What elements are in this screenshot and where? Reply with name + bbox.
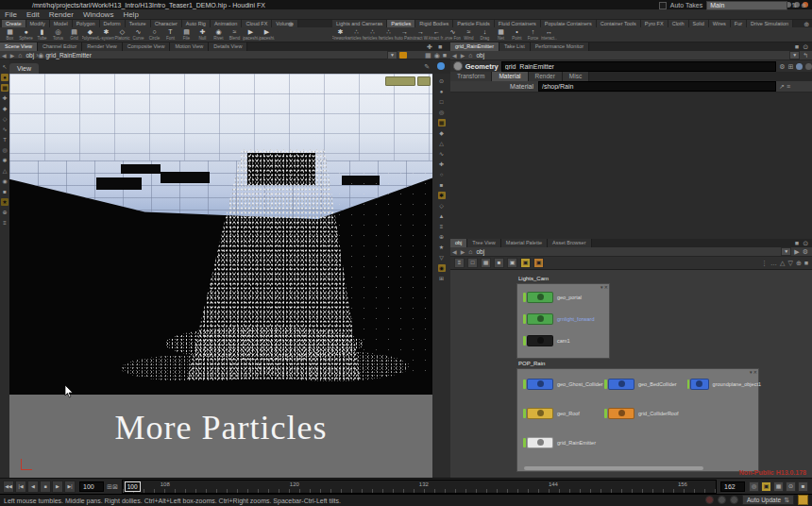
menu-item[interactable]: Render [44, 10, 78, 19]
scene-viewport[interactable]: More Particles [9, 74, 432, 478]
network-node[interactable]: grnlight_forward [523, 313, 594, 324]
layout-icon[interactable]: ▽ [788, 260, 793, 266]
shelf-tab[interactable]: Pyro FX [641, 20, 668, 27]
node-display-flag[interactable] [523, 380, 526, 389]
network-scrollbar[interactable] [524, 466, 703, 470]
shelf-tool[interactable]: ≈ Wind [461, 28, 477, 42]
shelf-tool[interactable]: ○ Circle [146, 28, 162, 42]
shelf-tool[interactable]: ↔ Interact... [541, 28, 557, 42]
net-tool-icon[interactable]: ≡ [454, 258, 465, 268]
globe-icon[interactable] [437, 62, 445, 70]
tool-icon[interactable]: ⊕ [438, 233, 446, 241]
tool-icon[interactable]: □ [438, 98, 446, 106]
forward-icon[interactable]: ▶ [8, 52, 17, 59]
shelf-tool[interactable]: ∴ Particles fr... [348, 28, 364, 42]
gear-icon[interactable]: ⚙ [779, 63, 785, 70]
pane-tab[interactable]: obj [450, 239, 467, 247]
shelf-tool[interactable]: ✚ Null [195, 28, 211, 42]
pane-tab[interactable]: Motion View [170, 42, 209, 51]
tool-icon[interactable]: ◎ [438, 109, 446, 116]
tool-icon[interactable]: ● [1, 74, 8, 81]
shelf-tool[interactable]: ✱ L-system [98, 28, 114, 42]
play-icon[interactable]: ▶ [794, 248, 799, 255]
shelf-tab[interactable]: Particles [387, 20, 415, 27]
shelf-tool[interactable]: ∿ Curve Force [445, 28, 461, 42]
shelf-tool[interactable]: T Font [162, 28, 178, 42]
forward-icon[interactable]: ▶ [459, 248, 467, 255]
net-tool-icon[interactable]: ▣ [520, 258, 531, 268]
tool-icon[interactable]: ≡ [1, 219, 8, 227]
network-node[interactable]: geo_BedCollider [604, 379, 687, 389]
menu-item[interactable]: Edit [22, 10, 44, 19]
path-home-icon[interactable]: ⌂ [468, 248, 472, 255]
pane-tab[interactable]: Material Palette [501, 239, 548, 247]
shelf-tab[interactable]: Fluid Containers [495, 20, 541, 27]
shelf-tool[interactable]: ▤ Grid [66, 28, 82, 42]
shelf-tab[interactable]: Model [50, 20, 73, 27]
back-icon[interactable]: ◀ [0, 52, 8, 59]
tool-icon[interactable]: ✚ [438, 160, 446, 168]
cache-icon[interactable] [718, 496, 726, 504]
pane-tab[interactable]: Performance Monitor [531, 42, 589, 51]
path-node[interactable]: grid_RainEmitter [43, 52, 93, 59]
shelf-tab[interactable]: Fur [731, 20, 747, 27]
playback-button[interactable]: |◀ [15, 481, 26, 493]
shelf-tab[interactable]: Create [2, 20, 26, 27]
tool-icon[interactable]: ✱ [438, 192, 446, 199]
menu-item[interactable]: Windows [78, 10, 118, 19]
shelf-tab[interactable]: Volume [272, 20, 297, 27]
cook-icon[interactable] [730, 496, 738, 504]
node-display-flag[interactable] [604, 409, 607, 418]
tool-icon[interactable]: ⊞ [438, 275, 446, 282]
jump-icon[interactable]: ↰ [803, 52, 808, 59]
shelf-tool[interactable]: ▶ Spaceshi... [259, 28, 275, 42]
node-display-flag[interactable] [523, 438, 526, 447]
take-stepper-icon[interactable]: ⇅ [791, 2, 797, 8]
tool-icon[interactable]: ↖ [1, 63, 8, 71]
tool-icon[interactable]: ⊕ [1, 209, 8, 216]
playback-button[interactable]: ▶ [52, 481, 63, 493]
shelf-tab[interactable]: Solid [689, 20, 709, 27]
grid-icon[interactable]: ■ [443, 52, 447, 59]
pane-tab[interactable]: Take List [499, 42, 531, 51]
take-selector[interactable]: Main [706, 1, 787, 10]
path-dropdown[interactable]: ▼ [387, 51, 398, 59]
netbox-pop-rain[interactable]: POP_Rain ▾ ✕ geo_Ghost_Collider geo_BedC… [516, 368, 759, 472]
timeline-option-icon[interactable]: ◎ [749, 481, 759, 492]
update-mode-icon[interactable] [798, 495, 808, 505]
net-tool-icon[interactable]: ▣ [533, 258, 544, 268]
shelf-gear-icon[interactable]: ⊕ [804, 21, 809, 27]
help-icon[interactable]: ⊕ [801, 2, 806, 8]
tool-icon[interactable]: ▲ [438, 212, 446, 220]
shelf-tool[interactable]: → Auto Patrol [397, 28, 413, 42]
shelf-tab[interactable]: Character [151, 20, 182, 27]
shelf-tab[interactable]: Particle Fluids [453, 20, 495, 27]
param-tab[interactable]: Render [529, 72, 563, 81]
net-tool-icon[interactable]: □ [467, 258, 478, 268]
viewport-overlay-button[interactable] [417, 76, 431, 86]
pane-tab[interactable]: Composite View [123, 42, 171, 51]
tool-icon[interactable]: ◎ [1, 146, 8, 154]
shelf-tool[interactable]: ✱ Fireworks [332, 28, 348, 42]
camera-icon[interactable]: ✎ [424, 63, 430, 70]
path-dropdown[interactable]: ▼ [781, 247, 791, 256]
menu-item[interactable]: File [0, 10, 22, 19]
viewport-overlay-button[interactable] [385, 76, 415, 86]
pane-maximize-icon[interactable]: ■ [795, 43, 799, 50]
node-body[interactable] [527, 313, 553, 325]
shelf-tab[interactable]: Cloth [668, 20, 689, 27]
timeline-option-icon[interactable]: ⊙ [786, 481, 796, 492]
magnify-icon[interactable]: ⊕ [796, 260, 802, 266]
shelf-tool[interactable]: ↓ Drag [477, 28, 493, 42]
tool-icon[interactable]: ◆ [438, 129, 446, 137]
param-tab[interactable]: Misc [563, 72, 589, 81]
path-dropdown[interactable]: ▼ [789, 51, 800, 59]
tool-icon[interactable]: ○ [438, 171, 446, 178]
node-body[interactable] [527, 408, 553, 419]
pane-tab[interactable]: Tree View [467, 239, 500, 247]
menu-item[interactable]: Help [118, 10, 143, 19]
shelf-tool[interactable]: ▤ File [178, 28, 195, 42]
shelf-tab[interactable]: Container Tools [597, 20, 641, 27]
forward-icon[interactable]: ▶ [459, 52, 467, 59]
shelf-tool[interactable]: ▦ Box [2, 28, 18, 42]
